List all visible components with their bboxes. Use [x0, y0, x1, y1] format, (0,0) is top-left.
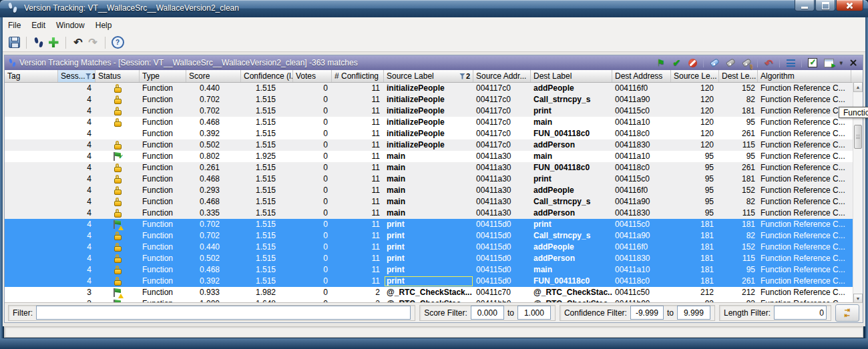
column-header-dest_label[interactable]: Dest Label — [531, 70, 612, 82]
length-filter-input[interactable] — [774, 306, 827, 320]
column-header-session[interactable]: Sess...1 — [58, 70, 95, 82]
undo-button[interactable]: ↶ — [71, 35, 85, 50]
cell-algorithm[interactable]: Function Reference C... — [758, 196, 851, 208]
cell-tag[interactable] — [5, 185, 58, 196]
cell-confidence[interactable]: 1.515 — [241, 139, 293, 151]
cell-confidence[interactable]: 1.515 — [241, 219, 293, 230]
cell-src_label[interactable]: main — [384, 162, 473, 173]
cell-confidence[interactable]: 1.515 — [241, 185, 293, 196]
cell-src_len[interactable]: 120 — [671, 117, 719, 128]
cell-algorithm[interactable]: Function Reference C... — [758, 128, 851, 139]
cell-src_len[interactable]: 95 — [671, 162, 719, 173]
column-header-dest_len[interactable]: Dest Le... — [719, 70, 758, 82]
cell-dest_label[interactable]: addPerson — [531, 208, 612, 219]
cell-src_label[interactable]: main — [384, 173, 473, 185]
scroll-up-button[interactable]: ▲ — [853, 82, 863, 92]
column-header-conflicting[interactable]: # Conflicting — [332, 70, 384, 82]
cell-confidence[interactable]: 1.515 — [241, 230, 293, 242]
column-header-status[interactable]: Status — [95, 70, 140, 82]
cell-score[interactable]: 0.502 — [186, 139, 241, 151]
cell-type[interactable]: Function — [140, 151, 186, 162]
cell-src_len[interactable]: 181 — [671, 230, 719, 242]
cell-confidence[interactable]: 1.925 — [241, 151, 293, 162]
cell-conflicting[interactable]: 11 — [332, 276, 384, 287]
apply-markup-button[interactable]: ✔ — [671, 57, 682, 68]
cell-dest_label[interactable]: addPerson — [531, 139, 612, 151]
cell-dest_label[interactable]: print — [531, 105, 612, 117]
cell-algorithm[interactable]: Function Reference C... — [758, 230, 851, 242]
cell-src_len[interactable]: 95 — [671, 173, 719, 185]
cell-status[interactable] — [95, 173, 140, 185]
cell-dest_label[interactable]: print — [531, 173, 612, 185]
match-row[interactable]: 4Function0.4401.515011print004115d0addPe… — [5, 242, 863, 253]
cell-dest_len[interactable]: 95 — [719, 264, 758, 276]
cell-status[interactable] — [95, 287, 140, 298]
cell-status[interactable] — [95, 208, 140, 219]
cell-votes[interactable]: 0 — [293, 185, 332, 196]
cell-conflicting[interactable]: 11 — [332, 185, 384, 196]
cell-src_label[interactable]: initializePeople — [384, 128, 473, 139]
cell-src_addr[interactable]: 004115d0 — [473, 276, 531, 287]
edit-tag-button[interactable]: ✎ — [741, 57, 752, 68]
cell-src_addr[interactable]: 004115d0 — [473, 264, 531, 276]
column-header-votes[interactable]: Votes — [293, 70, 332, 82]
cell-confidence[interactable]: 1.515 — [241, 105, 293, 117]
cell-algorithm[interactable]: Function Reference C... — [758, 83, 851, 94]
cell-score[interactable]: 0.335 — [186, 208, 241, 219]
cell-conflicting[interactable]: 11 — [332, 208, 384, 219]
window-titlebar[interactable]: Version Tracking: VT__WallaceSrc__Wallac… — [0, 0, 868, 17]
cell-dest_addr[interactable]: 00411a90 — [612, 94, 671, 105]
footprints-button[interactable] — [31, 35, 46, 50]
cell-tag[interactable] — [5, 128, 58, 139]
match-row[interactable]: 3Function0.9331.98202@_RTC_CheckStack...… — [5, 287, 863, 298]
cell-conflicting[interactable]: 11 — [332, 117, 384, 128]
confidence-from-input[interactable] — [630, 306, 664, 320]
cell-dest_label[interactable]: Call_strncpy_s — [531, 196, 612, 208]
column-header-type[interactable]: Type — [140, 70, 186, 82]
cell-votes[interactable]: 0 — [293, 94, 332, 105]
cell-dest_len[interactable]: 152 — [719, 185, 758, 196]
cell-dest_addr[interactable]: 00411830 — [612, 139, 671, 151]
cell-type[interactable]: Function — [140, 117, 186, 128]
cell-tag[interactable] — [5, 94, 58, 105]
cell-src_len[interactable]: 95 — [671, 151, 719, 162]
match-row[interactable]: 4Function0.7021.515011print004115d0Call_… — [5, 230, 863, 242]
filter-settings-button[interactable]: ⇥ ⇤ — [835, 304, 859, 322]
cell-dest_len[interactable]: 152 — [719, 242, 758, 253]
cell-src_label[interactable]: main — [384, 196, 473, 208]
cell-session[interactable]: 4 — [58, 94, 95, 105]
cell-dest_label[interactable]: @_RTC_CheckStac... — [531, 287, 612, 298]
cell-src_len[interactable]: 120 — [671, 94, 719, 105]
cell-votes[interactable]: 0 — [293, 162, 332, 173]
cell-dest_len[interactable]: 212 — [719, 287, 758, 298]
column-header-dest_addr[interactable]: Dest Address — [612, 70, 671, 82]
cell-src_addr[interactable]: 004115d0 — [473, 219, 531, 230]
accept-flag-button[interactable]: ⚑ — [655, 57, 666, 68]
score-to-input[interactable] — [517, 306, 551, 320]
cell-src_label[interactable]: initializePeople — [384, 83, 473, 94]
cell-confidence[interactable]: 1.982 — [241, 287, 293, 298]
cell-src_label[interactable]: print — [384, 230, 473, 242]
cell-src_len[interactable]: 181 — [671, 253, 719, 264]
cell-status[interactable] — [95, 83, 140, 94]
cell-dest_addr[interactable]: 004118c0 — [612, 162, 671, 173]
cell-score[interactable]: 0.468 — [186, 117, 241, 128]
cell-session[interactable]: 4 — [58, 219, 95, 230]
cell-session[interactable]: 4 — [58, 208, 95, 219]
cell-dest_addr[interactable]: 00411a10 — [612, 151, 671, 162]
cell-src_len[interactable]: 95 — [671, 208, 719, 219]
cell-dest_label[interactable]: FUN_004118c0 — [531, 162, 612, 173]
cell-algorithm[interactable]: Function Reference C... — [758, 253, 851, 264]
cell-algorithm[interactable]: Function Reference C... — [758, 208, 851, 219]
cell-dest_len[interactable]: 115 — [719, 208, 758, 219]
cell-dest_label[interactable]: FUN_004118c0 — [531, 128, 612, 139]
cell-votes[interactable]: 0 — [293, 139, 332, 151]
cell-type[interactable]: Function — [140, 83, 186, 94]
cell-votes[interactable]: 0 — [293, 83, 332, 94]
cell-dest_len[interactable]: 82 — [719, 94, 758, 105]
cell-dest_addr[interactable]: 004115c0 — [612, 173, 671, 185]
cell-algorithm[interactable]: Function Reference C... — [758, 185, 851, 196]
cell-votes[interactable]: 0 — [293, 287, 332, 298]
cell-src_label[interactable]: initializePeople — [384, 117, 473, 128]
match-row[interactable]: 4Function0.4681.515011main00411a30print0… — [5, 173, 863, 185]
